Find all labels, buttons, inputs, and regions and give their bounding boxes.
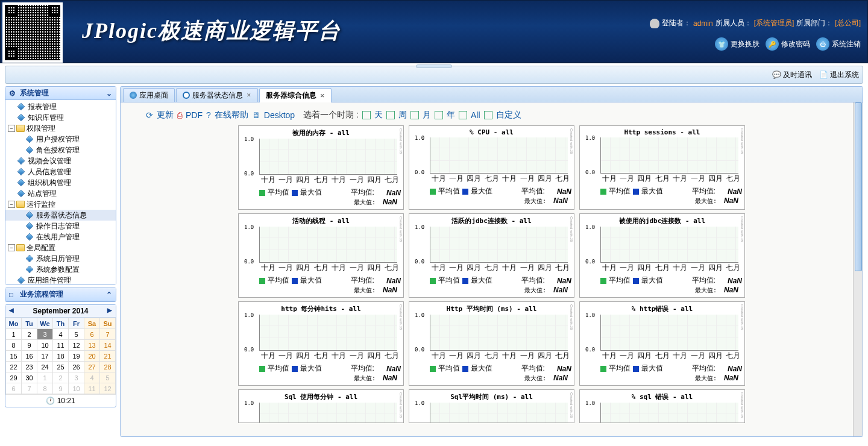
tree-item-role-auth[interactable]: 角色授权管理 [5, 145, 116, 155]
cal-day[interactable]: 11 [84, 383, 100, 394]
close-icon[interactable]: ✕ [247, 92, 251, 98]
cal-day[interactable]: 19 [69, 351, 84, 362]
cal-day[interactable]: 12 [69, 340, 84, 351]
chart-panel[interactable]: Created with JB 活跃的jdbc连接数 - all 1.0 0.0… [409, 213, 574, 298]
tree-item-server-status[interactable]: 服务器状态信息 [5, 210, 116, 221]
tree-item-calendar[interactable]: 系统日历管理 [5, 253, 116, 264]
logout-button[interactable]: ⏻系统注销 [816, 37, 861, 51]
cal-day[interactable]: 28 [100, 362, 116, 372]
collapse-icon[interactable]: − [8, 125, 15, 132]
cal-day[interactable]: 12 [100, 383, 116, 394]
chart-panel[interactable]: Created with JB 被用的内存 - all 1.0 0.0 十月一月… [238, 125, 404, 210]
cal-day[interactable]: 6 [84, 329, 100, 340]
close-icon[interactable]: ✕ [320, 93, 325, 99]
tree-item-report[interactable]: 报表管理 [5, 101, 116, 112]
period-year[interactable]: 年 [447, 110, 455, 121]
cal-day[interactable]: 4 [84, 372, 100, 383]
tree-item-knowledge[interactable]: 知识库管理 [5, 112, 116, 123]
cal-day[interactable]: 9 [53, 383, 69, 394]
cal-prev-button[interactable]: ◀ [9, 307, 14, 313]
desktop-link[interactable]: Desktop [264, 110, 295, 120]
tree-item-org[interactable]: 组织机构管理 [5, 177, 116, 188]
cal-day[interactable]: 2 [22, 329, 37, 340]
cal-day[interactable]: 4 [53, 329, 69, 340]
period-week[interactable]: 周 [398, 110, 407, 121]
tree-item-global[interactable]: −全局配置 [5, 242, 116, 253]
cal-day[interactable]: 3 [69, 372, 84, 383]
tree-item-video[interactable]: 视频会议管理 [5, 155, 116, 166]
cal-day[interactable]: 18 [53, 351, 69, 362]
chart-panel[interactable]: Created with JB http 每分钟hits - all 1.0 0… [238, 301, 404, 386]
collapse-icon[interactable]: − [8, 201, 15, 208]
cal-day[interactable]: 14 [100, 340, 116, 351]
cal-day[interactable]: 16 [22, 351, 37, 362]
chevron-down-icon[interactable]: ⌄ [106, 89, 112, 98]
scrollbar[interactable] [853, 102, 863, 436]
chart-panel[interactable]: Created with JB Http 平均时间 (ms) - all 1.0… [409, 301, 574, 386]
cal-day[interactable]: 22 [6, 362, 22, 372]
cal-day[interactable]: 9 [22, 340, 37, 351]
cal-day[interactable]: 5 [69, 329, 84, 340]
chart-panel[interactable]: Created with JB Http sessions - all 1.0 … [579, 125, 745, 210]
change-password-button[interactable]: 🔑修改密码 [766, 37, 810, 51]
calendar-month[interactable]: September 2014 [33, 307, 88, 315]
scrollbar-thumb[interactable] [855, 102, 862, 271]
tab-server-summary[interactable]: 服务器综合信息✕ [259, 88, 332, 102]
tab-desktop[interactable]: 应用桌面 [123, 88, 175, 102]
system-mgmt-header[interactable]: ⚙ 系统管理 ⌄ [5, 87, 116, 100]
cal-day[interactable]: 17 [37, 351, 53, 362]
chart-panel[interactable]: Created with JB 活动的线程 - all 1.0 0.0 十月一月… [238, 213, 404, 298]
im-button[interactable]: 💬及时通讯 [772, 70, 812, 80]
cal-day[interactable]: 6 [6, 383, 22, 394]
workflow-header[interactable]: □ 业务流程管理 ⌃ [5, 288, 116, 301]
cal-day[interactable]: 24 [37, 362, 53, 372]
tree-item-oplog[interactable]: 操作日志管理 [5, 221, 116, 231]
tree-item-site[interactable]: 站点管理 [5, 188, 116, 199]
cal-day[interactable]: 2 [53, 372, 69, 383]
cal-day[interactable]: 20 [84, 351, 100, 362]
drag-handle[interactable] [416, 64, 452, 68]
refresh-link[interactable]: 更新 [157, 110, 174, 121]
cal-day[interactable]: 30 [22, 372, 37, 383]
cal-day[interactable]: 3 [37, 329, 53, 340]
tree-item-permission[interactable]: −权限管理 [5, 123, 116, 134]
period-month[interactable]: 月 [423, 110, 431, 121]
chevron-up-icon[interactable]: ⌃ [106, 291, 112, 299]
cal-day[interactable]: 8 [37, 383, 53, 394]
cal-day[interactable]: 7 [100, 329, 116, 340]
collapse-icon[interactable]: − [8, 244, 15, 251]
member-value[interactable]: [系统管理员] [754, 18, 794, 28]
cal-day[interactable]: 15 [6, 351, 22, 362]
chart-panel[interactable]: Created with JB % CPU - all 1.0 0.0 十月一月… [409, 125, 574, 210]
tree-item-monitor[interactable]: −运行监控 [5, 199, 116, 210]
chart-panel[interactable]: Created with JB 被使用的jdbc连接数 - all 1.0 0.… [579, 213, 745, 298]
dept-value[interactable]: [总公司] [835, 18, 861, 28]
cal-day[interactable]: 11 [53, 340, 69, 351]
tree-item-personnel[interactable]: 人员信息管理 [5, 166, 116, 177]
cal-day[interactable]: 10 [69, 383, 84, 394]
cal-day[interactable]: 13 [84, 340, 100, 351]
cal-day[interactable]: 25 [53, 362, 69, 372]
chart-panel[interactable]: Created with JB % http错误 - all 1.0 0.0 十… [579, 301, 745, 386]
cal-day[interactable]: 29 [6, 372, 22, 383]
cal-day[interactable]: 27 [84, 362, 100, 372]
cal-day[interactable]: 1 [37, 372, 53, 383]
period-all[interactable]: All [471, 110, 480, 120]
cal-day[interactable]: 21 [100, 351, 116, 362]
login-user[interactable]: admin [693, 19, 713, 28]
help-link[interactable]: 在线帮助 [215, 110, 248, 121]
tree-item-appcomp[interactable]: 应用组件管理 [5, 275, 116, 284]
tab-server-status[interactable]: 服务器状态信息✕ [176, 88, 258, 102]
cal-day[interactable]: 7 [22, 383, 37, 394]
chart-panel[interactable]: Created with JB Sql平均时间 (ms) - all 1.0 0… [409, 389, 574, 423]
cal-day[interactable]: 26 [69, 362, 84, 372]
tree-item-sysparam[interactable]: 系统参数配置 [5, 264, 116, 275]
change-skin-button[interactable]: 👕更换换肤 [715, 37, 760, 51]
chart-panel[interactable]: Created with JB % sql 错误 - all 1.0 0.0 十… [579, 389, 745, 423]
period-custom[interactable]: 自定义 [496, 110, 521, 121]
exit-system-button[interactable]: 📄退出系统 [819, 70, 859, 80]
cal-day[interactable]: 10 [37, 340, 53, 351]
pdf-link[interactable]: PDF [186, 110, 203, 120]
cal-next-button[interactable]: ▶ [107, 307, 112, 313]
tree-item-online-users[interactable]: 在线用户管理 [5, 231, 116, 242]
